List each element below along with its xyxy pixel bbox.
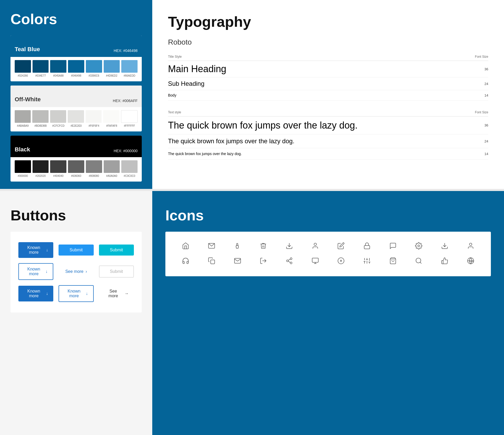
offwhite-swatches (15, 110, 138, 123)
user2-icon (467, 242, 474, 251)
sample-medium-text: The quick brown fox jumps over the lazy … (168, 137, 295, 145)
body-text-sample: Body (168, 93, 176, 97)
bk-swatch-6 (104, 160, 120, 173)
download-icon (286, 242, 293, 251)
ow-swatch-2 (32, 110, 48, 123)
svg-line-31 (420, 262, 422, 263)
user-icon (312, 242, 319, 251)
globe-icon: WWW (467, 257, 474, 266)
svg-line-12 (288, 261, 290, 263)
teal-label-4: #046498 (68, 74, 84, 77)
down-arrow-icon-2: ↓ (45, 269, 48, 274)
size-col-header-2: Font Size (467, 108, 488, 116)
svg-point-11 (290, 262, 292, 264)
submit-button-3[interactable]: Submit (99, 266, 134, 278)
svg-point-6 (469, 243, 472, 246)
svg-point-9 (290, 258, 292, 259)
black-swatch-labels: #000000 #202020 #404040 #606060 #808080 … (15, 174, 138, 177)
sliders-icon (363, 257, 371, 266)
bk-label-4: #606060 (68, 174, 84, 177)
teal-swatch-1 (15, 60, 31, 73)
submit-button-2[interactable]: Submit (99, 245, 134, 256)
see-more-button-2[interactable]: See more → (99, 286, 134, 301)
buttons-grid: Known more ↓ Submit Submit Known more ↓ … (18, 242, 134, 302)
bk-label-3: #404040 (50, 174, 66, 177)
bk-swatch-5 (86, 160, 102, 173)
buttons-title: Buttons (10, 207, 142, 224)
offwhite-color-name: Off-White (15, 96, 41, 103)
ow-label-5: #F6F6F4 (86, 124, 102, 127)
icons-grid: WWW (176, 242, 480, 266)
teal-label-7: #66AEDD (121, 74, 138, 77)
copy-icon (208, 257, 215, 266)
bk-label-2: #202020 (33, 174, 49, 177)
sample-large-text: The quick brown fox jumps over the lazy … (168, 120, 358, 131)
submit-label-3: Submit (110, 269, 123, 274)
icons-title: Icons (165, 207, 491, 224)
known-more-label-2: Known more (24, 267, 43, 276)
sample-small-size: 14 (467, 148, 488, 160)
teal-swatch-2 (33, 60, 49, 73)
typography-style-table: Title Style Font Size Main Heading 36 Su… (168, 53, 488, 100)
lock-icon (363, 242, 371, 251)
sample-small-text: The quick brown fox jumps over the lazy … (168, 152, 242, 156)
bk-swatch-3 (50, 160, 66, 173)
black-color-header: Black HEX: #000000 (10, 136, 142, 157)
home-icon (182, 242, 189, 251)
trash-icon (260, 242, 267, 251)
typography-title: Typography (168, 13, 488, 30)
teal-swatch-5 (86, 60, 102, 73)
known-more-button-1[interactable]: Known more ↓ (18, 242, 53, 258)
section-divider (0, 189, 504, 191)
down-arrow-icon-1: ↓ (46, 248, 48, 252)
shopping-bag-icon (389, 257, 397, 266)
see-more-button-1[interactable]: See more › (59, 266, 93, 277)
bk-swatch-7 (121, 160, 138, 173)
text-style-col-header: Text style (168, 108, 467, 116)
colors-section: Colors Teal Blue HEX: #046498 #024266 #0… (0, 0, 152, 189)
ow-swatch-4 (68, 110, 84, 123)
settings-icon (415, 242, 422, 251)
down-arrow-icon-3: ↓ (46, 291, 48, 296)
teal-label-3: #045A88 (50, 74, 66, 77)
ow-swatch-7 (121, 110, 138, 123)
known-more-label-3: Known more (24, 289, 44, 298)
known-more-button-4[interactable]: Known more ↓ (59, 285, 93, 302)
table-row: The quick brown fox jumps over the lazy … (168, 116, 488, 134)
teal-color-hex: HEX: #046498 (114, 49, 138, 53)
known-more-label-1: Known more (24, 245, 44, 255)
monitor-icon (312, 257, 319, 266)
offwhite-color-header: Off-White HEX: #006AFF (10, 86, 142, 107)
edit-icon (337, 242, 345, 251)
table-row: Body 14 (168, 90, 488, 100)
bk-label-1: #000000 (15, 174, 31, 177)
svg-point-4 (418, 245, 420, 247)
known-more-button-2[interactable]: Known more ↓ (18, 263, 53, 280)
chevron-right-icon-1: › (86, 269, 87, 274)
known-more-button-3[interactable]: Known more ↓ (18, 286, 53, 301)
submit-button-1[interactable]: Submit (59, 245, 93, 256)
svg-text:WWW: WWW (469, 261, 474, 262)
ow-swatch-5 (86, 110, 102, 123)
ow-label-6: #FAFAF8 (104, 124, 120, 127)
see-more-label-2: See more (104, 289, 122, 298)
ow-swatch-6 (103, 110, 119, 123)
table-row: The quick brown fox jumps over the lazy … (168, 134, 488, 148)
svg-rect-14 (312, 258, 318, 262)
teal-label-6: #4D9ED2 (104, 74, 120, 77)
bk-label-5: #808080 (86, 174, 102, 177)
svg-point-30 (416, 258, 421, 263)
teal-label-1: #024266 (15, 74, 31, 77)
table-row: Main Heading 36 (168, 61, 488, 77)
ow-swatch-1 (15, 110, 31, 123)
arrow-right-icon: → (124, 291, 129, 296)
share-icon (286, 257, 293, 266)
main-heading-size: 36 (429, 61, 488, 77)
icons-section: Icons (152, 191, 504, 435)
teal-color-card: Teal Blue HEX: #046498 #024266 #034E77 #… (10, 35, 142, 81)
colors-title: Colors (10, 10, 142, 28)
submit-label-2: Submit (110, 248, 123, 252)
sub-heading-sample: Sub Heading (168, 80, 204, 87)
bk-swatch-1 (15, 160, 31, 173)
svg-point-10 (286, 260, 288, 262)
